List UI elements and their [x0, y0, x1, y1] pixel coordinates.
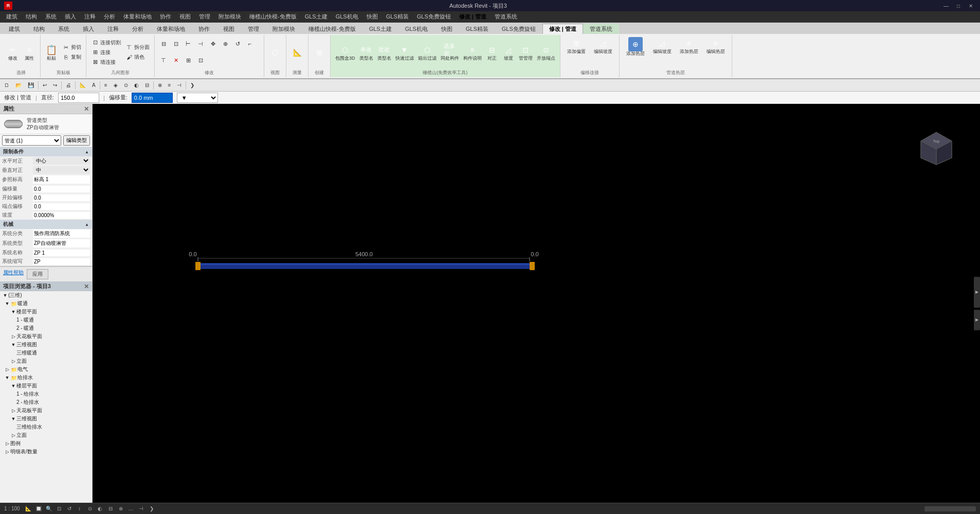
maximize-button[interactable]: □ [953, 2, 964, 9]
pipe-selector[interactable]: 管道 (1) [2, 135, 61, 146]
tree-drain-floor1[interactable]: 1 - 给排水 [0, 390, 92, 398]
tb-icon7[interactable]: ≡ [166, 82, 173, 88]
array-button[interactable]: ⊞ [183, 56, 194, 65]
move-button[interactable]: ✥ [207, 39, 219, 48]
tb-icon8[interactable]: ⊣ [175, 82, 184, 88]
tree-drain-floor[interactable]: ▼ 楼层平面 [0, 382, 92, 390]
prop-v-align-value[interactable]: 中 [33, 166, 90, 174]
copy-button[interactable]: ⎘ 复制 [60, 52, 83, 62]
offset-button[interactable]: ⊡ [170, 39, 182, 48]
elec-arrow[interactable]: ▷ [4, 367, 10, 372]
drain-floor-arrow[interactable]: ▼ [10, 383, 16, 388]
status-icon-expand[interactable]: ❯ [148, 505, 156, 512]
status-icon-7[interactable]: ⊙ [86, 505, 94, 512]
thermal1-button[interactable]: ≡ 添加热层 [676, 36, 702, 58]
menu-item-glsdecor[interactable]: GLS精装 [382, 12, 413, 22]
pipe-mgr-button[interactable]: ⊡ 管管理 [517, 43, 534, 62]
multi-layer-button[interactable]: 选多层 同处构件 [439, 43, 461, 62]
mechanical-collapse[interactable]: ▲ [85, 222, 89, 227]
tree-drain[interactable]: ▼ 📁 给排水 [0, 374, 92, 382]
tree-root[interactable]: ▼ (三维) [0, 291, 92, 299]
minimize-button[interactable]: — [941, 2, 951, 9]
struct-desc-button[interactable]: ≡ 构件说明 [462, 43, 483, 62]
handle-button1[interactable]: ▶ [974, 277, 980, 308]
tree-drain-3d-view[interactable]: 三维给排水 [0, 423, 92, 431]
create-button[interactable]: ⊞ [312, 45, 327, 60]
status-icon-4[interactable]: ⊡ [55, 505, 63, 512]
align-button[interactable]: ⊟ [158, 39, 169, 48]
tb-measure[interactable]: 📐 [78, 82, 88, 88]
measure-button[interactable]: 📐 [289, 45, 305, 60]
tb-expand[interactable]: ❯ [188, 82, 196, 88]
tab-massing[interactable]: 体量和场地 [150, 24, 192, 34]
menu-item-manage[interactable]: 管理 [195, 12, 214, 22]
tb-icon5[interactable]: ⊟ [143, 82, 151, 88]
split-button[interactable]: ⊤ [158, 56, 169, 65]
3d-nav-cube[interactable]: Top [918, 130, 954, 166]
menu-item-glsmep[interactable]: GLS机电 [332, 12, 362, 22]
tb-icon2[interactable]: ◈ [112, 82, 120, 88]
menu-item-addins[interactable]: 附加模块 [214, 12, 245, 22]
properties-close[interactable]: ✕ [84, 105, 89, 113]
open-endpoints-button[interactable]: ⊙ 开放端点 [535, 43, 557, 62]
edit-thermal-button[interactable]: ◿ 编辑坡度 [649, 36, 675, 58]
ctx-diameter-input[interactable] [58, 93, 99, 103]
schedule-arrow[interactable]: ▷ [4, 449, 10, 454]
menu-item-massing[interactable]: 体量和场地 [119, 12, 156, 22]
tree-drain-elev[interactable]: ▷ 立面 [0, 431, 92, 439]
tab-struct[interactable]: 结构 [27, 24, 51, 34]
tb-icon4[interactable]: ◐ [132, 82, 141, 88]
prop-h-align-value[interactable]: 中心 [33, 157, 90, 165]
tab-olive[interactable]: 橄榄山快模-免费版 [302, 24, 362, 34]
status-icon-12[interactable]: ⊣ [137, 505, 146, 512]
duct-ceiling-arrow[interactable]: ▷ [10, 334, 16, 339]
tab-gls[interactable]: GLS土建 [362, 24, 398, 34]
batch-edit-button[interactable]: 批改 类型名 [376, 43, 393, 62]
tab-pipe-system[interactable]: 管道系统 [583, 24, 619, 34]
tb-redo[interactable]: ↪ [51, 82, 59, 88]
status-icon-3[interactable]: 🔍 [45, 505, 53, 512]
menu-item-gls[interactable]: GLS土建 [301, 12, 332, 22]
pipe-endpoint-left[interactable] [195, 262, 201, 270]
align3-button[interactable]: ⊟ 对正 [484, 43, 500, 62]
props-apply-button[interactable]: 应用 [27, 269, 48, 279]
canvas-area[interactable]: 0.0 0.0 5400.0 Top ▶ ▶ [93, 104, 980, 503]
scale-button[interactable]: ⊡ [195, 56, 206, 65]
tab-system[interactable]: 系统 [51, 24, 76, 34]
status-icon-5[interactable]: ↺ [65, 505, 74, 512]
tree-drain-ceiling[interactable]: ▷ 天花板平面 [0, 406, 92, 415]
duct-arrow[interactable]: ▼ [4, 301, 10, 306]
tb-print[interactable]: 🖨 [64, 82, 73, 88]
status-icon-8[interactable]: ◐ [96, 505, 104, 512]
tb-icon3[interactable]: ⊙ [122, 82, 130, 88]
menu-item-build[interactable]: 建筑 [2, 12, 22, 22]
tree-duct[interactable]: ▼ 📁 暖通 [0, 299, 92, 308]
edit-slope-button[interactable]: ◿ 编辑坡度 [590, 36, 616, 56]
duct-floor-arrow[interactable]: ▼ [10, 309, 16, 314]
ctx-offset-unit[interactable]: ▼ [177, 93, 218, 103]
tab-glsfree[interactable]: GLS免费旋钮 [495, 24, 542, 34]
drain-3d-arrow[interactable]: ▼ [10, 416, 16, 421]
ctx-offset-input[interactable] [132, 93, 173, 103]
tree-duct-3d[interactable]: ▼ 三维视图 [0, 341, 92, 349]
pipe-endpoint-right[interactable] [530, 262, 535, 270]
tab-manage[interactable]: 管理 [241, 24, 266, 34]
root-arrow[interactable]: ▼ [2, 293, 8, 298]
status-icon-6[interactable]: ↕ [76, 505, 84, 512]
tb-open[interactable]: 📂 [13, 82, 24, 88]
menu-item-collaborate[interactable]: 协作 [156, 12, 175, 22]
tab-view[interactable]: 视图 [216, 24, 241, 34]
drain-ceiling-arrow[interactable]: ▷ [10, 408, 16, 413]
tb-save[interactable]: 💾 [26, 82, 36, 88]
mirror-axis-button[interactable]: ⊢ [183, 39, 194, 48]
tab-insert[interactable]: 插入 [76, 24, 101, 34]
menu-item-system[interactable]: 系统 [41, 12, 61, 22]
menu-item-struct[interactable]: 结构 [22, 12, 41, 22]
props-help-link[interactable]: 属性帮助 [3, 269, 24, 279]
thermal2-button[interactable]: ≡ 编辑热层 [703, 36, 729, 58]
menu-item-annotate[interactable]: 注释 [80, 12, 100, 22]
modify-button[interactable]: ✏ 修改 [5, 43, 21, 62]
add-thermal-button[interactable]: ⊕ 添加热层 [623, 36, 648, 58]
tree-duct-ceiling[interactable]: ▷ 天花板平面 [0, 332, 92, 341]
properties-button[interactable]: ≡ 属性 [22, 43, 37, 62]
